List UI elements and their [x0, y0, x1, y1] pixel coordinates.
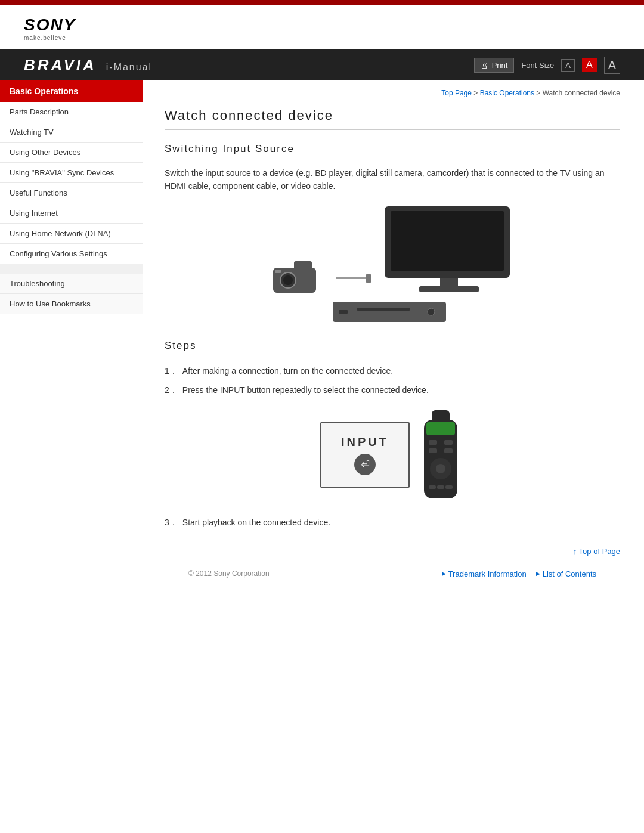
imanual-label: i-Manual	[106, 62, 152, 73]
step-3-num: 3．	[165, 516, 178, 529]
top-bar	[0, 0, 644, 5]
device-illustration	[165, 205, 620, 295]
font-small-button[interactable]: A	[561, 59, 575, 72]
svg-rect-4	[275, 270, 281, 273]
input-arrow-icon: ⏎	[361, 458, 370, 471]
top-of-page-area: ↑ Top of Page	[165, 547, 620, 556]
sidebar-active-section[interactable]: Basic Operations	[0, 80, 143, 102]
svg-rect-23	[437, 485, 444, 489]
sidebar-item-using-other-devices[interactable]: Using Other Devices	[0, 143, 143, 163]
content-area: Basic Operations Parts Description Watch…	[0, 80, 644, 603]
font-medium-button[interactable]: A	[582, 58, 597, 72]
step-1-text: After making a connection, turn on the c…	[182, 364, 393, 377]
svg-rect-19	[444, 448, 453, 453]
step-1-num: 1．	[165, 364, 178, 377]
step-2-num: 2．	[165, 383, 178, 397]
trademark-link[interactable]: Trademark Information	[442, 569, 527, 578]
svg-rect-17	[444, 440, 453, 445]
font-large-button[interactable]: A	[604, 57, 620, 74]
svg-rect-18	[429, 448, 437, 453]
top-of-page-link[interactable]: ↑ Top of Page	[573, 547, 620, 556]
input-illustration: INPUT ⏎	[165, 409, 620, 501]
camera-illustration	[270, 253, 324, 295]
svg-rect-8	[419, 286, 479, 292]
svg-point-11	[428, 308, 435, 315]
breadcrumb-top-page[interactable]: Top Page	[441, 89, 472, 97]
sony-tagline: make.believe	[24, 35, 66, 41]
sidebar-item-parts-description[interactable]: Parts Description	[0, 102, 143, 122]
section-steps: Steps	[165, 340, 620, 357]
step-3-list: 3． Start playback on the connected devic…	[165, 516, 620, 529]
svg-point-21	[436, 464, 445, 473]
step-2-text: Press the INPUT button repeatedly to sel…	[182, 383, 429, 397]
sony-logo: SONY make.believe	[24, 16, 620, 41]
nav-bar: BRAVIA i-Manual 🖨 Print Font Size A A A	[0, 49, 644, 80]
tv-svg	[383, 205, 515, 295]
breadcrumb-sep2: >	[534, 89, 543, 97]
svg-rect-16	[429, 440, 437, 445]
svg-rect-22	[429, 485, 436, 489]
hdmi-connector	[366, 274, 371, 283]
sidebar-item-bookmarks[interactable]: How to Use Bookmarks	[0, 294, 143, 314]
sidebar-item-useful-functions[interactable]: Useful Functions	[0, 183, 143, 203]
steps-list: 1． After making a connection, turn on th…	[165, 364, 620, 397]
sony-brand: SONY	[24, 16, 76, 35]
body-text: Switch the input source to a device (e.g…	[165, 166, 620, 193]
breadcrumb-current: Watch connected device	[543, 89, 620, 97]
contents-link[interactable]: List of Contents	[536, 569, 596, 578]
nav-right: 🖨 Print Font Size A A A	[474, 57, 620, 74]
breadcrumb-section[interactable]: Basic Operations	[480, 89, 534, 97]
svg-rect-12	[339, 310, 348, 314]
up-arrow-icon: ↑	[573, 547, 579, 556]
header: SONY make.believe	[0, 5, 644, 49]
print-label: Print	[492, 61, 508, 70]
cable-line	[336, 277, 366, 279]
svg-point-2	[283, 275, 293, 285]
footer: © 2012 Sony Corporation Trademark Inform…	[165, 562, 620, 586]
svg-rect-10	[357, 308, 410, 311]
sidebar-item-using-internet[interactable]: Using Internet	[0, 203, 143, 224]
step-3: 3． Start playback on the connected devic…	[165, 516, 620, 529]
breadcrumb: Top Page > Basic Operations > Watch conn…	[165, 89, 620, 97]
bravia-title: BRAVIA i-Manual	[24, 56, 152, 75]
font-size-label: Font Size	[521, 61, 554, 70]
print-icon: 🖨	[481, 61, 488, 70]
sidebar-divider	[0, 264, 143, 274]
svg-rect-24	[445, 485, 453, 489]
sidebar-item-configuring-settings[interactable]: Configuring Various Settings	[0, 244, 143, 264]
step-2: 2． Press the INPUT button repeatedly to …	[165, 383, 620, 397]
sidebar-item-troubleshooting[interactable]: Troubleshooting	[0, 274, 143, 294]
svg-rect-15	[426, 422, 455, 435]
step-3-text: Start playback on the connected device.	[182, 516, 330, 529]
input-label: INPUT	[341, 435, 389, 449]
input-screen-box: INPUT ⏎	[320, 422, 410, 488]
copyright: © 2012 Sony Corporation	[188, 569, 270, 578]
sidebar-item-bravia-sync[interactable]: Using "BRAVIA" Sync Devices	[0, 163, 143, 183]
print-button[interactable]: 🖨 Print	[474, 58, 515, 73]
sidebar: Basic Operations Parts Description Watch…	[0, 80, 143, 603]
bd-player-area	[165, 297, 620, 327]
page-title: Watch connected device	[165, 108, 620, 130]
main-content: Top Page > Basic Operations > Watch conn…	[143, 80, 644, 603]
sidebar-item-home-network[interactable]: Using Home Network (DLNA)	[0, 224, 143, 244]
tv-illustration	[383, 205, 515, 295]
section-switching-input: Switching Input Source	[165, 143, 620, 160]
breadcrumb-sep1: >	[472, 89, 480, 97]
input-button-icon: ⏎	[354, 454, 376, 475]
footer-links: Trademark Information List of Contents	[442, 569, 596, 578]
sidebar-item-watching-tv[interactable]: Watching TV	[0, 122, 143, 143]
step-1: 1． After making a connection, turn on th…	[165, 364, 620, 377]
bravia-brand: BRAVIA	[24, 56, 97, 75]
remote-control	[417, 409, 465, 501]
svg-rect-3	[294, 261, 312, 271]
svg-rect-7	[440, 278, 458, 286]
bd-player-svg	[327, 297, 458, 327]
svg-rect-6	[391, 211, 504, 271]
remote-svg	[417, 409, 465, 501]
